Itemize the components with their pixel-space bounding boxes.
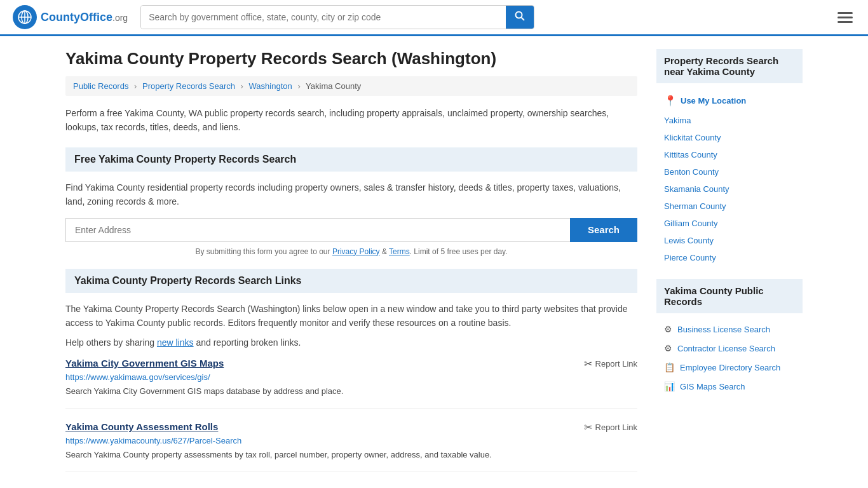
breadcrumb-sep-2: › <box>241 81 243 91</box>
sidebar-item-kittitas[interactable]: Kittitas County <box>656 146 803 163</box>
gilliam-link[interactable]: Gilliam County <box>664 219 718 228</box>
link-item-assessment-title[interactable]: Yakima County Assessment Rolls <box>65 421 218 432</box>
address-search-form: Search <box>65 218 637 242</box>
use-location-item[interactable]: 📍 Use My Location <box>656 90 803 112</box>
breadcrumb-sep-1: › <box>134 81 137 91</box>
contractor-license-link[interactable]: Contractor License Search <box>677 344 775 353</box>
logo-county: CountyOffice <box>41 11 112 24</box>
page-description: Perform a free Yakima County, WA public … <box>65 106 637 135</box>
link-gis-desc: Search Yakima City Government GIS maps d… <box>65 385 637 398</box>
header-search-button[interactable] <box>506 6 534 29</box>
gis-maps-link[interactable]: GIS Maps Search <box>680 382 745 391</box>
sidebar-item-klickitat[interactable]: Klickitat County <box>656 129 803 146</box>
link-gis-url[interactable]: https://www.yakimawa.gov/services/gis/ <box>65 372 637 382</box>
svg-line-5 <box>522 18 525 21</box>
sidebar-public-records-title: Yakima County Public Records <box>656 279 803 313</box>
disclaimer-prefix: By submitting this form you agree to our <box>195 247 332 256</box>
link-assessment-desc: Search Yakima County property assessment… <box>65 449 637 461</box>
form-disclaimer: By submitting this form you agree to our… <box>65 247 637 256</box>
hamburger-menu-button[interactable] <box>835 10 855 25</box>
sidebar-public-records: Yakima County Public Records ⚙ Business … <box>656 279 803 396</box>
kittitas-link[interactable]: Kittitas County <box>664 150 717 159</box>
report-link-gis-label: Report Link <box>595 359 637 369</box>
terms-link[interactable]: Terms <box>389 247 410 256</box>
link-item-assessment-header: Yakima County Assessment Rolls ✂ Report … <box>65 421 637 433</box>
use-location-link[interactable]: Use My Location <box>681 96 746 105</box>
report-link-assessment-button[interactable]: ✂ Report Link <box>584 421 637 433</box>
breadcrumb-current: Yakima County <box>306 81 361 91</box>
free-search-description: Find Yakima County residential property … <box>65 180 637 209</box>
contractor-license-icon: ⚙ <box>664 343 672 353</box>
share-links-text: Help others by sharing new links and rep… <box>65 337 637 348</box>
breadcrumb-public-records[interactable]: Public Records <box>73 81 128 91</box>
links-heading: Yakima County Property Records Search Li… <box>65 269 637 293</box>
sidebar-item-lewis[interactable]: Lewis County <box>656 232 803 249</box>
logo-text: CountyOffice.org <box>41 11 128 24</box>
privacy-policy-link[interactable]: Privacy Policy <box>332 247 380 256</box>
sidebar-business-license[interactable]: ⚙ Business License Search <box>656 320 803 339</box>
sidebar-item-benton[interactable]: Benton County <box>656 163 803 180</box>
gis-maps-icon: 📊 <box>664 381 675 391</box>
svg-point-4 <box>516 12 522 18</box>
share-prefix: Help others by sharing <box>65 337 157 348</box>
site-logo[interactable]: CountyOffice.org <box>13 5 128 29</box>
report-link-gis-button[interactable]: ✂ Report Link <box>584 358 637 370</box>
new-links-link[interactable]: new links <box>157 337 194 348</box>
sidebar-item-skamania[interactable]: Skamania County <box>656 180 803 198</box>
link-item-gis-header: Yakima City Government GIS Maps ✂ Report… <box>65 358 637 370</box>
location-pin-icon: 📍 <box>664 95 677 107</box>
sidebar-gis-maps[interactable]: 📊 GIS Maps Search <box>656 377 803 396</box>
sherman-link[interactable]: Sherman County <box>664 201 726 211</box>
business-license-icon: ⚙ <box>664 324 672 334</box>
sidebar-property-search: Property Records Search near Yakima Coun… <box>656 49 803 266</box>
share-suffix: and reporting broken links. <box>194 337 301 348</box>
sidebar-property-search-title: Property Records Search near Yakima Coun… <box>656 49 803 83</box>
sidebar-item-pierce[interactable]: Pierce County <box>656 249 803 266</box>
benton-link[interactable]: Benton County <box>664 167 719 177</box>
free-search-section: Free Yakima County Property Records Sear… <box>65 147 637 256</box>
links-description: The Yakima County Property Records Searc… <box>65 302 637 330</box>
breadcrumb: Public Records › Property Records Search… <box>65 76 637 96</box>
logo-icon <box>13 5 37 29</box>
link-item-gis: Yakima City Government GIS Maps ✂ Report… <box>65 358 637 409</box>
site-header: CountyOffice.org <box>0 0 868 36</box>
sidebar-employee-directory[interactable]: 📋 Employee Directory Search <box>656 358 803 377</box>
breadcrumb-sep-3: › <box>297 81 300 91</box>
sidebar-item-sherman[interactable]: Sherman County <box>656 198 803 215</box>
main-container: Yakima County Property Records Search (W… <box>53 36 815 488</box>
sidebar: Property Records Search near Yakima Coun… <box>656 49 803 484</box>
business-license-link[interactable]: Business License Search <box>677 325 770 334</box>
skamania-link[interactable]: Skamania County <box>664 184 729 194</box>
sidebar-item-gilliam[interactable]: Gilliam County <box>656 215 803 232</box>
report-icon-gis: ✂ <box>584 358 592 370</box>
employee-directory-icon: 📋 <box>664 362 675 372</box>
breadcrumb-property-records[interactable]: Property Records Search <box>142 81 235 91</box>
klickitat-link[interactable]: Klickitat County <box>664 133 721 142</box>
pierce-link[interactable]: Pierce County <box>664 253 716 262</box>
main-content: Yakima County Property Records Search (W… <box>65 49 637 484</box>
lewis-link[interactable]: Lewis County <box>664 236 714 245</box>
employee-directory-link[interactable]: Employee Directory Search <box>680 363 780 372</box>
disclaimer-suffix: . Limit of 5 free uses per day. <box>410 247 508 256</box>
search-submit-button[interactable]: Search <box>570 218 637 242</box>
report-link-assessment-label: Report Link <box>595 423 637 432</box>
sidebar-contractor-license[interactable]: ⚙ Contractor License Search <box>656 339 803 358</box>
breadcrumb-washington[interactable]: Washington <box>249 81 292 91</box>
link-item-gis-title[interactable]: Yakima City Government GIS Maps <box>65 358 224 369</box>
address-input[interactable] <box>65 218 570 242</box>
sidebar-item-yakima[interactable]: Yakima <box>656 112 803 129</box>
link-item-assessment: Yakima County Assessment Rolls ✂ Report … <box>65 421 637 472</box>
header-search-input[interactable] <box>141 6 506 29</box>
header-search-wrapper <box>140 5 534 29</box>
links-section: Yakima County Property Records Search Li… <box>65 269 637 472</box>
free-search-heading: Free Yakima County Property Records Sear… <box>65 147 637 172</box>
yakima-link[interactable]: Yakima <box>664 116 691 125</box>
report-icon-assessment: ✂ <box>584 421 592 433</box>
page-title: Yakima County Property Records Search (W… <box>65 49 637 69</box>
logo-org: .org <box>112 13 128 23</box>
link-assessment-url[interactable]: https://www.yakimacounty.us/627/Parcel-S… <box>65 436 637 445</box>
